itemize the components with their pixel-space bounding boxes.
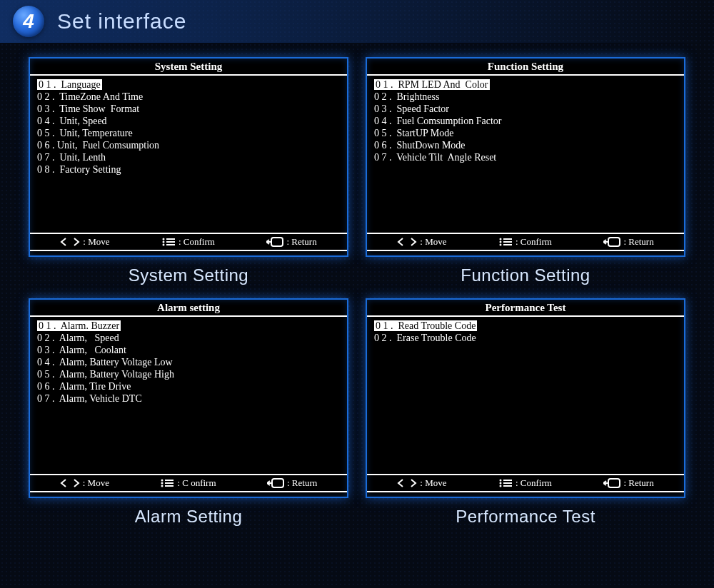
panel-caption: Alarm Setting (29, 507, 348, 527)
menu-item-label: 0 6 . Alarm, Tire Drive (37, 381, 131, 392)
arrows-icon (60, 238, 80, 246)
svg-point-2 (163, 241, 165, 243)
svg-rect-13 (608, 238, 620, 246)
svg-point-23 (500, 482, 502, 485)
menu-item-label: 0 5 . Unit, Temperature (37, 128, 133, 138)
menu-item-label: 0 5 . Alarm, Battery Voltage High (37, 369, 174, 380)
menu-item[interactable]: 0 7 . Vehicle Tilt Angle Reset (374, 151, 677, 163)
menu-item[interactable]: 0 5 . StartUP Mode (374, 127, 677, 139)
menu-item-label: 0 2 . Erase Trouble Code (374, 333, 476, 343)
svg-rect-27 (608, 479, 620, 487)
menu-item[interactable]: 0 6 . Unit, Fuel Comsumption (37, 139, 340, 151)
hint-confirm: : Confirm (498, 477, 552, 489)
panels-grid: System Setting0 1 . Language0 2 . TimeZo… (29, 57, 685, 527)
svg-rect-20 (272, 479, 283, 487)
panel-footer: : Move: C onfirm: Return (30, 474, 347, 492)
menu-item[interactable]: 0 3 . Time Show Format (37, 103, 340, 115)
panel-caption: Function Setting (366, 265, 685, 285)
svg-point-4 (163, 244, 165, 246)
menu-item[interactable]: 0 8 . Factory Setting (37, 163, 340, 176)
menu-item[interactable]: 0 6 . ShutDown Mode (374, 139, 677, 151)
svg-point-11 (500, 244, 502, 246)
hint-move-text: : Move (83, 236, 109, 248)
svg-rect-22 (503, 480, 512, 481)
panel-caption: System Setting (29, 265, 348, 285)
hint-return: : Return (603, 236, 653, 248)
menu-item[interactable]: 0 4 . Alarm, Battery Voltage Low (37, 356, 340, 368)
menu-item-label: 0 6 . ShutDown Mode (374, 140, 466, 151)
panel-footer: : Move: Confirm: Return (30, 233, 347, 251)
menu-item[interactable]: 0 1 . Language (37, 78, 340, 91)
svg-rect-24 (503, 482, 512, 484)
svg-rect-8 (503, 238, 512, 240)
svg-rect-3 (166, 241, 175, 243)
hint-return: : Return (603, 477, 653, 489)
hint-return: : Return (266, 236, 316, 248)
menu-item-label: 0 8 . Factory Setting (37, 164, 121, 175)
menu-item[interactable]: 0 1 . Read Trouble Code (374, 320, 677, 332)
hint-move: : Move (397, 236, 446, 248)
svg-point-14 (161, 480, 164, 482)
menu-list: 0 1 . RPM LED And Color0 2 . Brightness0… (367, 76, 684, 233)
hint-confirm-text: : Confirm (516, 477, 552, 489)
menu-item-label: 0 7 . Vehicle Tilt Angle Reset (374, 152, 496, 163)
menu-item[interactable]: 0 2 . Brightness (374, 91, 677, 103)
menu-item-label: 0 4 . Fuel Comsumption Factor (374, 116, 502, 126)
hint-move-text: : Move (420, 236, 446, 248)
list-icon (498, 478, 513, 488)
svg-rect-15 (165, 480, 174, 481)
svg-point-18 (161, 485, 164, 487)
menu-item[interactable]: 0 1 . RPM LED And Color (374, 78, 677, 91)
return-icon (266, 237, 283, 247)
menu-item[interactable]: 0 3 . Alarm, Coolant (37, 344, 340, 356)
arrows-icon (397, 238, 417, 246)
hint-confirm: : Confirm (161, 236, 215, 248)
menu-item-label: 0 1 . Read Trouble Code (374, 320, 477, 331)
svg-point-9 (500, 241, 502, 243)
menu-item[interactable]: 0 4 . Unit, Speed (37, 115, 340, 127)
menu-item[interactable]: 0 4 . Fuel Comsumption Factor (374, 115, 677, 127)
hint-return: : Return (267, 477, 317, 489)
menu-item[interactable]: 0 2 . Erase Trouble Code (374, 332, 677, 344)
menu-item[interactable]: 0 5 . Alarm, Battery Voltage High (37, 368, 340, 380)
return-icon (267, 478, 284, 488)
step-badge: 4 (13, 6, 44, 37)
svg-point-21 (500, 480, 502, 482)
list-icon (160, 478, 174, 488)
svg-rect-5 (166, 244, 175, 245)
menu-item[interactable]: 0 2 . Alarm, Speed (37, 332, 340, 344)
menu-item[interactable]: 0 7 . Alarm, Vehicle DTC (37, 392, 340, 405)
panel-function-setting: Function Setting0 1 . RPM LED And Color0… (366, 57, 685, 257)
menu-item-label: 0 6 . Unit, Fuel Comsumption (37, 140, 159, 151)
panel-footer: : Move: Confirm: Return (367, 233, 684, 251)
menu-item-label: 0 4 . Unit, Speed (37, 116, 107, 126)
hint-return-text: : Return (286, 236, 316, 248)
list-icon (498, 237, 513, 247)
section-title: Set interface (57, 9, 186, 34)
hint-confirm: : C onfirm (160, 477, 216, 489)
menu-list: 0 1 . Read Trouble Code0 2 . Erase Troub… (367, 317, 684, 474)
panel-footer: : Move: Confirm: Return (367, 474, 684, 492)
menu-item[interactable]: 0 3 . Speed Factor (374, 103, 677, 115)
menu-list: 0 1 . Language0 2 . TimeZone And Time0 3… (30, 76, 347, 233)
menu-item[interactable]: 0 6 . Alarm, Tire Drive (37, 380, 340, 392)
arrows-icon (397, 479, 417, 487)
panel-system-setting: System Setting0 1 . Language0 2 . TimeZo… (29, 57, 348, 257)
menu-item-label: 0 3 . Speed Factor (374, 103, 449, 114)
hint-move: : Move (60, 236, 109, 248)
menu-item[interactable]: 0 7 . Unit, Lenth (37, 151, 340, 163)
svg-point-25 (500, 485, 502, 487)
hint-return-text: : Return (623, 236, 653, 248)
menu-item-label: 0 2 . Brightness (374, 91, 439, 102)
svg-rect-26 (503, 485, 512, 487)
menu-item[interactable]: 0 2 . TimeZone And Time (37, 91, 340, 103)
menu-item[interactable]: 0 1 . Alarm. Buzzer (37, 320, 340, 332)
menu-item-label: 0 7 . Alarm, Vehicle DTC (37, 393, 142, 404)
menu-item-label: 0 3 . Time Show Format (37, 103, 139, 114)
menu-item[interactable]: 0 5 . Unit, Temperature (37, 127, 340, 139)
hint-return-text: : Return (623, 477, 653, 489)
panel-title: System Setting (30, 59, 347, 76)
hint-move: : Move (397, 477, 446, 489)
svg-rect-1 (166, 238, 175, 240)
hint-return-text: : Return (287, 477, 317, 489)
